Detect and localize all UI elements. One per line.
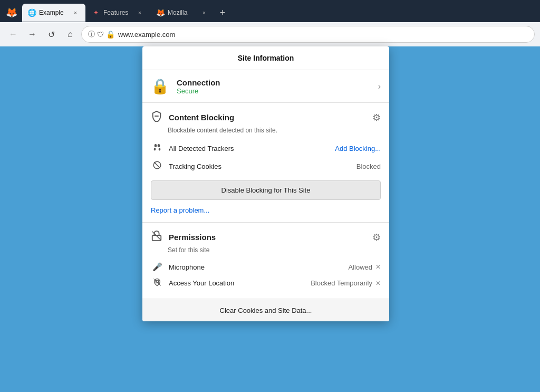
disable-blocking-button[interactable]: Disable Blocking for This Site — [151, 180, 381, 200]
tab-example-title: Example — [39, 9, 68, 16]
permission-row-location: Access Your Location Blocked Temporarily… — [151, 275, 381, 291]
nav-bar: ← → ↺ ⌂ ⓘ 🛡 🔒 www.example.com — [0, 22, 540, 46]
address-bar[interactable]: ⓘ 🛡 🔒 www.example.com — [81, 26, 535, 43]
tracker-label-1: Tracking Cookies — [169, 162, 356, 170]
tab-mozilla-title: Mozilla — [168, 9, 196, 16]
perm-status-location: Blocked Temporarily — [311, 279, 372, 287]
svg-point-3 — [154, 148, 156, 150]
tracker-label-0: All Detected Trackers — [169, 145, 335, 152]
connection-lock-icon: 🔒 — [151, 78, 169, 95]
tracker-status-1: Blocked — [356, 162, 381, 170]
tab-bar: 🦊 🌐 Example × ✦ Features × 🦊 Mozilla × + — [0, 0, 540, 22]
home-button[interactable]: ⌂ — [62, 26, 78, 42]
content-blocking-section: Content Blocking ⚙ Blockable content det… — [142, 103, 389, 223]
new-tab-button[interactable]: + — [215, 5, 230, 20]
location-icon — [151, 278, 163, 288]
report-problem-link[interactable]: Report a problem... — [151, 206, 209, 214]
tab-features-close[interactable]: × — [135, 8, 144, 17]
perm-close-microphone[interactable]: ✕ — [375, 263, 381, 271]
tracker-row-1: Tracking Cookies Blocked — [151, 157, 381, 175]
firefox-logo-icon: 🦊 — [4, 5, 19, 20]
tab-features-title: Features — [103, 9, 132, 16]
svg-point-1 — [155, 144, 157, 147]
content-blocking-desc: Blockable content detected on this site. — [168, 127, 381, 134]
perm-label-microphone: Microphone — [169, 263, 348, 271]
shield-addr-icon: 🛡 — [97, 31, 104, 39]
permissions-title: Permissions — [169, 233, 372, 242]
perm-label-location: Access Your Location — [169, 279, 311, 287]
perm-close-location[interactable]: ✕ — [375, 280, 381, 287]
permissions-icon — [151, 230, 162, 244]
tab-mozilla-close[interactable]: × — [199, 8, 209, 17]
microphone-icon: 🎤 — [151, 262, 163, 272]
back-button[interactable]: ← — [5, 26, 21, 42]
tracking-cookie-icon — [151, 160, 163, 172]
perm-status-microphone: Allowed — [348, 263, 372, 271]
content-blocking-header: Content Blocking ⚙ — [151, 110, 381, 125]
site-info-popup: Site Information 🔒 Connection Secure › C… — [142, 46, 389, 321]
permissions-desc: Set for this site — [168, 246, 381, 254]
tab-example-favicon: 🌐 — [27, 8, 36, 17]
tab-features-favicon: ✦ — [92, 8, 100, 17]
tab-mozilla[interactable]: 🦊 Mozilla × — [151, 4, 214, 22]
svg-line-6 — [154, 162, 160, 168]
permission-row-microphone: 🎤 Microphone Allowed ✕ — [151, 259, 381, 275]
connection-text: Connection Secure — [177, 78, 378, 95]
permissions-header: Permissions ⚙ — [151, 230, 381, 244]
tab-features[interactable]: ✦ Features × — [86, 4, 150, 22]
content-blocking-icon — [151, 110, 162, 125]
tracker-row-0: All Detected Trackers Add Blocking... — [151, 139, 381, 157]
connection-status: Secure — [177, 87, 378, 95]
tracker-footprint-icon — [151, 142, 163, 154]
tracker-action-0[interactable]: Add Blocking... — [335, 145, 381, 152]
tab-example-close[interactable]: × — [71, 8, 80, 17]
info-icon: ⓘ — [88, 30, 95, 39]
popup-header: Site Information — [142, 46, 389, 70]
svg-point-2 — [158, 144, 160, 147]
connection-arrow: › — [378, 82, 381, 91]
clear-cookies-button[interactable]: Clear Cookies and Site Data... — [220, 307, 312, 314]
tab-example[interactable]: 🌐 Example × — [22, 4, 85, 22]
popup-footer[interactable]: Clear Cookies and Site Data... — [142, 299, 389, 321]
address-icons: ⓘ 🛡 🔒 — [88, 30, 115, 39]
reload-button[interactable]: ↺ — [43, 26, 59, 42]
connection-title: Connection — [177, 78, 378, 87]
permissions-gear-icon[interactable]: ⚙ — [372, 232, 381, 243]
connection-section[interactable]: 🔒 Connection Secure › — [142, 70, 389, 103]
svg-point-4 — [159, 148, 161, 150]
permissions-section: Permissions ⚙ Set for this site 🎤 Microp… — [142, 223, 389, 299]
tab-mozilla-favicon: 🦊 — [156, 8, 165, 17]
url-text[interactable]: www.example.com — [118, 31, 175, 39]
content-blocking-gear-icon[interactable]: ⚙ — [372, 112, 381, 123]
forward-button[interactable]: → — [24, 26, 40, 42]
content-blocking-title: Content Blocking — [169, 113, 372, 122]
lock-icon: 🔒 — [106, 30, 115, 39]
browser-chrome: 🦊 🌐 Example × ✦ Features × 🦊 Mozilla × +… — [0, 0, 540, 46]
popup-title: Site Information — [238, 54, 294, 62]
